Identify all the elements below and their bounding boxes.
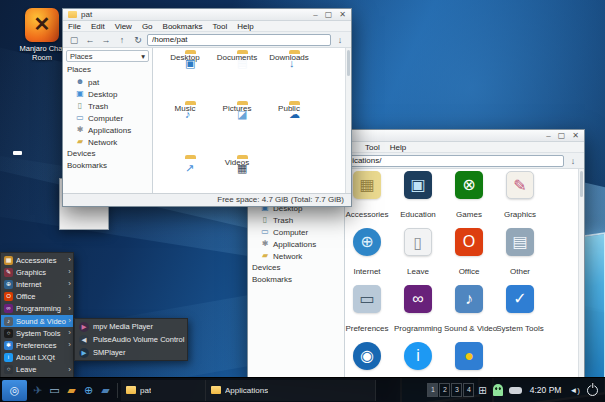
app-category-item[interactable]: ▦ Accessories [345,171,392,221]
sidebar-group-header[interactable]: Bookmarks [63,160,152,172]
desktop-icon-manjaro-chat-room[interactable]: ✕ Manjaro Chat Room [16,8,68,63]
app-category-item[interactable]: ▤ Other [495,228,545,278]
app-category-item[interactable]: ♪ Sound & Video [444,285,494,335]
start-menu-item[interactable]: ▦ Accessories › [1,254,73,266]
files-blue-icon[interactable]: ▰ [97,380,114,401]
sidebar-mode-selector[interactable]: Places ▾ [66,50,149,62]
sidebar-item[interactable]: ☻ pat [63,76,152,88]
start-menu-item[interactable]: O Office › [1,291,73,303]
menubar-item[interactable]: Tool [208,22,233,31]
taskbar-window-button[interactable]: Applications [206,380,376,401]
sidebar-root-places[interactable]: Places [63,64,152,76]
workspace-button[interactable]: 3 [451,383,462,397]
address-bar[interactable] [332,155,564,167]
app-category-item[interactable]: ✓ System Tools [495,285,545,335]
removable-device-tray-icon[interactable] [509,387,522,394]
sidebar-item[interactable]: ▣ Desktop [63,88,152,100]
folder-item[interactable]: ▤ Documents [213,53,261,62]
address-bar[interactable] [147,34,331,46]
back-icon[interactable]: ← [83,33,97,47]
app-category-item[interactable]: ● Lock Screen [444,342,494,378]
folder-item[interactable]: ↓ Downloads [265,53,313,62]
menubar-item[interactable]: File [63,22,86,31]
sidebar-item[interactable]: ▯ Trash [63,100,152,112]
new-tab-icon[interactable]: ▢ [67,33,81,47]
app-category-item[interactable]: O Office [444,228,494,278]
menubar-item[interactable]: View [110,22,137,31]
app-category-item[interactable]: ▭ Preferences [345,285,392,335]
start-menu-item[interactable]: ○ Leave › [1,364,73,376]
sidebar-group-header[interactable]: Bookmarks [248,274,344,286]
pamac-ghost-tray-icon[interactable] [493,384,503,396]
start-menu-item[interactable]: i About LXQt [1,352,73,364]
sidebar-item[interactable]: ▯ Trash [248,214,344,226]
sidebar-item[interactable]: ✱ Applications [63,124,152,136]
sidebar-item[interactable]: ▰ Network [248,250,344,262]
clock[interactable]: 4:20 PM [530,385,562,395]
app-category-item[interactable]: ▣ Education [393,171,443,221]
show-desktop-icon[interactable]: ▭ [46,380,63,401]
start-menu-item[interactable]: ♪ Sound & Video › [1,315,73,327]
up-icon[interactable]: ↑ [115,33,129,47]
app-category-item[interactable]: ▯ Leave [393,228,443,278]
sidebar-group-header[interactable]: Devices [63,148,152,160]
start-menu-button[interactable]: ◎ [2,380,27,401]
app-category-item[interactable]: i About LXQt [393,342,443,378]
go-icon[interactable]: ↓ [566,154,580,168]
workspace-button[interactable]: 1 [427,383,438,397]
workspace-button[interactable]: 2 [439,383,450,397]
close-button[interactable]: ✕ [339,11,346,19]
network-tray-icon[interactable]: ⊞ [478,380,486,401]
submenu-item[interactable]: ▶ SMPlayer [75,346,187,359]
menubar-item[interactable]: Edit [86,22,110,31]
workspace-button[interactable]: 4 [463,383,474,397]
go-icon[interactable]: ↓ [333,33,347,47]
power-leave-icon[interactable] [587,385,598,396]
start-menu-item[interactable]: ∞ Programming › [1,303,73,315]
titlebar[interactable]: pat – ▢ ✕ [63,9,351,21]
reload-icon[interactable]: ↻ [131,33,145,47]
folder-item[interactable]: ▣ Desktop [161,53,209,62]
taskbar-window-button[interactable]: pat [121,380,206,401]
folder-item[interactable]: ◪ Pictures [213,104,261,113]
minimize-button[interactable]: – [313,11,317,19]
file-manager-icon[interactable]: ▰ [63,380,80,401]
menubar-item[interactable]: Help [385,143,411,152]
app-category-item[interactable]: ✎ Graphics [495,171,545,221]
maximize-button[interactable]: ▢ [325,11,333,19]
start-menu-item-icon: ▦ [4,256,13,265]
folder-item[interactable]: ☁ Public [265,104,313,113]
sidebar-group-header[interactable]: Devices [248,262,344,274]
start-menu-item[interactable]: ○ System Tools › [1,327,73,339]
scrollbar-thumb[interactable] [580,171,583,197]
scrollbar[interactable] [578,169,584,378]
sidebar-item[interactable]: ▭ Computer [63,112,152,124]
submenu-item[interactable]: ▶ mpv Media Player [75,320,187,333]
start-menu-item[interactable]: ✱ Preferences › [1,339,73,351]
start-menu-item[interactable]: ✎ Graphics › [1,266,73,278]
app-category-item[interactable]: ⊗ Games [444,171,494,221]
folder-item[interactable]: ♪ Music [161,104,209,113]
menubar-item[interactable]: Go [137,22,158,31]
app-category-item[interactable]: ⊕ Internet [345,228,392,278]
app-category-item[interactable]: ◉ Universal Access [345,342,392,378]
scrollbar[interactable] [345,48,351,195]
forward-icon[interactable]: → [99,33,113,47]
close-button[interactable]: ✕ [572,132,579,140]
sidebar-item[interactable]: ✱ Applications [248,238,344,250]
submenu-item[interactable]: ◀ PulseAudio Volume Control [75,333,187,346]
sidebar-item[interactable]: ▰ Network [63,136,152,148]
folder-item[interactable]: ▦ Videos [213,158,261,167]
start-menu-item[interactable]: ⊕ Internet › [1,278,73,290]
bird-app-icon[interactable]: ✈ [29,380,46,401]
minimize-button[interactable]: – [546,132,550,140]
volume-icon[interactable]: ◄) [569,386,580,395]
menubar-item[interactable]: Bookmarks [158,22,208,31]
sidebar-item[interactable]: ▭ Computer [248,226,344,238]
menubar-item[interactable]: Help [232,22,258,31]
maximize-button[interactable]: ▢ [558,132,566,140]
web-browser-globe-icon[interactable]: ⊕ [80,380,97,401]
menubar-item[interactable]: Tool [360,143,385,152]
app-category-item[interactable]: ∞ Programming [393,285,443,335]
scrollbar-thumb[interactable] [347,50,350,76]
